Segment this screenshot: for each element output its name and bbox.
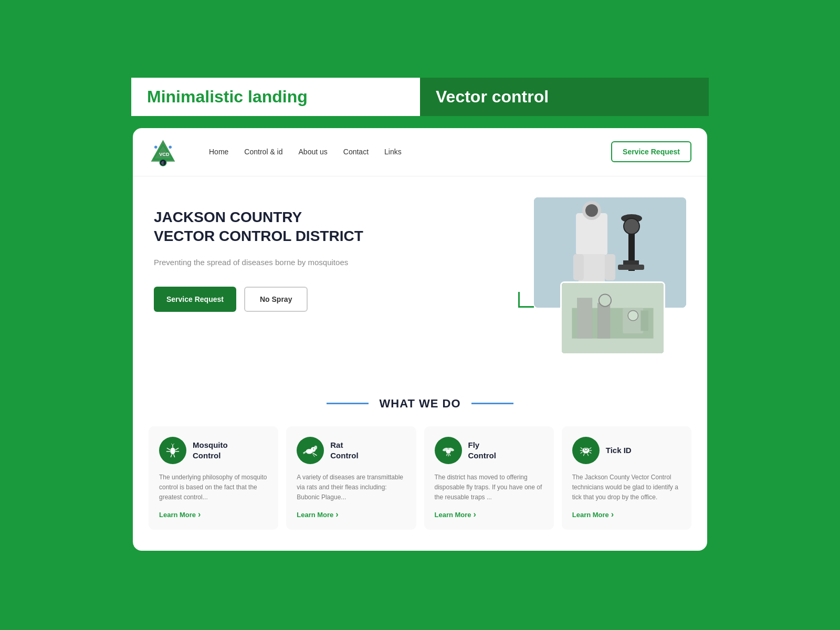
hero-title: JACKSON COUNTRYVECTOR CONTROL DISTRICT <box>154 208 487 246</box>
svg-point-55 <box>584 448 587 451</box>
svg-line-63 <box>587 453 589 456</box>
tick-service-desc: The Jackson County Vector Control techni… <box>572 472 681 503</box>
tick-learn-more[interactable]: Learn More <box>572 510 681 519</box>
svg-line-56 <box>580 447 582 449</box>
svg-text:VCD: VCD <box>159 152 170 157</box>
svg-line-29 <box>171 444 173 445</box>
mosquito-service-name: MosquitoControl <box>193 440 228 460</box>
svg-line-36 <box>174 454 175 457</box>
tick-icon-circle <box>572 437 600 464</box>
service-card-rat: RatControl A variety of diseases are tra… <box>286 426 416 530</box>
logo-icon: VCD C <box>149 138 177 166</box>
fly-service-name: FlyControl <box>468 440 496 460</box>
mosquito-service-desc: The underlying philosophy of mosquito co… <box>159 472 268 503</box>
service-card-mosquito: MosquitoControl The underlying philosoph… <box>149 426 278 530</box>
svg-point-49 <box>447 448 448 449</box>
banner-left: Minimalistic landing <box>131 78 420 116</box>
fly-icon <box>441 443 456 458</box>
banner-right: Vector control <box>420 78 709 116</box>
svg-point-18 <box>624 218 639 234</box>
svg-rect-13 <box>605 254 615 280</box>
section-title: WHAT WE DO <box>379 397 460 411</box>
svg-marker-0 <box>151 140 175 161</box>
mosquito-learn-more[interactable]: Learn More <box>159 510 268 519</box>
svg-point-6 <box>169 145 172 149</box>
top-banner: Minimalistic landing Vector control <box>131 78 709 116</box>
lab-photo <box>562 283 664 353</box>
main-card: VCD C Home Control & id About us Contact… <box>131 127 709 553</box>
nav-links: Home Control & id About us Contact Links <box>209 148 611 156</box>
rat-service-desc: A variety of diseases are transmittable … <box>297 472 405 503</box>
outer-wrapper: Minimalistic landing Vector control VCD … <box>131 78 709 553</box>
tick-icon <box>579 443 593 458</box>
rat-learn-more[interactable]: Learn More <box>297 510 405 519</box>
hero-images <box>508 197 686 355</box>
navbar: VCD C Home Control & id About us Contact… <box>133 128 707 176</box>
nav-control[interactable]: Control & id <box>244 148 282 156</box>
rat-icon <box>303 443 318 458</box>
service-card-tick: Tick ID The Jackson County Vector Contro… <box>562 426 691 530</box>
svg-point-39 <box>314 445 318 449</box>
service-card-fly: FlyControl The district has moved to off… <box>424 426 554 530</box>
svg-line-62 <box>583 453 584 456</box>
hero-service-request-button[interactable]: Service Request <box>154 287 236 312</box>
services-grid: MosquitoControl The underlying philosoph… <box>133 426 707 551</box>
svg-line-30 <box>173 444 174 445</box>
fly-learn-more[interactable]: Learn More <box>435 510 543 519</box>
nav-home[interactable]: Home <box>209 148 228 156</box>
hero-no-spray-button[interactable]: No Spray <box>244 287 308 312</box>
hero-buttons: Service Request No Spray <box>154 287 487 312</box>
fly-service-desc: The district has moved to offering dispo… <box>435 472 543 503</box>
svg-rect-16 <box>623 260 639 265</box>
what-we-do-section: WHAT WE DO <box>133 376 707 551</box>
hero-section: JACKSON COUNTRYVECTOR CONTROL DISTRICT P… <box>133 176 707 376</box>
hero-content: JACKSON COUNTRYVECTOR CONTROL DISTRICT P… <box>154 197 487 312</box>
svg-point-25 <box>628 310 638 320</box>
section-line-right <box>471 403 513 404</box>
rat-service-name: RatControl <box>330 440 358 460</box>
svg-point-5 <box>154 145 158 149</box>
svg-rect-12 <box>573 254 584 280</box>
nav-contact[interactable]: Contact <box>343 148 369 156</box>
hero-secondary-image <box>560 281 665 355</box>
logo-area: VCD C <box>149 138 177 166</box>
section-line-left <box>327 403 369 404</box>
svg-line-51 <box>446 453 447 456</box>
svg-rect-26 <box>640 310 648 331</box>
service-icon-row-rat: RatControl <box>297 437 405 464</box>
banner-left-title: Minimalistic landing <box>147 87 404 107</box>
svg-line-33 <box>175 448 179 450</box>
svg-rect-21 <box>577 298 592 339</box>
svg-text:C: C <box>162 161 164 165</box>
service-icon-row-tick: Tick ID <box>572 437 681 464</box>
tick-service-name: Tick ID <box>606 445 632 456</box>
mosquito-icon <box>165 443 180 458</box>
nav-about[interactable]: About us <box>299 148 328 156</box>
svg-line-53 <box>449 453 450 456</box>
svg-line-61 <box>589 452 591 454</box>
svg-line-31 <box>167 448 171 450</box>
rat-icon-circle <box>297 437 324 464</box>
svg-point-27 <box>170 447 175 454</box>
accent-line <box>518 292 534 308</box>
svg-point-40 <box>313 448 314 449</box>
navbar-service-request-button[interactable]: Service Request <box>611 141 691 162</box>
svg-rect-22 <box>597 303 610 339</box>
svg-point-10 <box>585 204 598 217</box>
nav-links[interactable]: Links <box>384 148 402 156</box>
banner-right-title: Vector control <box>436 87 693 107</box>
svg-point-23 <box>599 294 611 306</box>
svg-line-35 <box>171 454 172 457</box>
hero-subtitle: Preventing the spread of diseases borne … <box>154 257 487 269</box>
section-title-area: WHAT WE DO <box>133 376 707 426</box>
service-icon-row-fly: FlyControl <box>435 437 543 464</box>
svg-line-58 <box>580 452 582 454</box>
fly-icon-circle <box>435 437 462 464</box>
svg-line-59 <box>589 447 591 449</box>
service-icon-row-mosquito: MosquitoControl <box>159 437 268 464</box>
svg-point-50 <box>448 448 449 449</box>
mosquito-icon-circle <box>159 437 186 464</box>
svg-point-48 <box>447 448 450 451</box>
svg-rect-17 <box>618 265 644 270</box>
